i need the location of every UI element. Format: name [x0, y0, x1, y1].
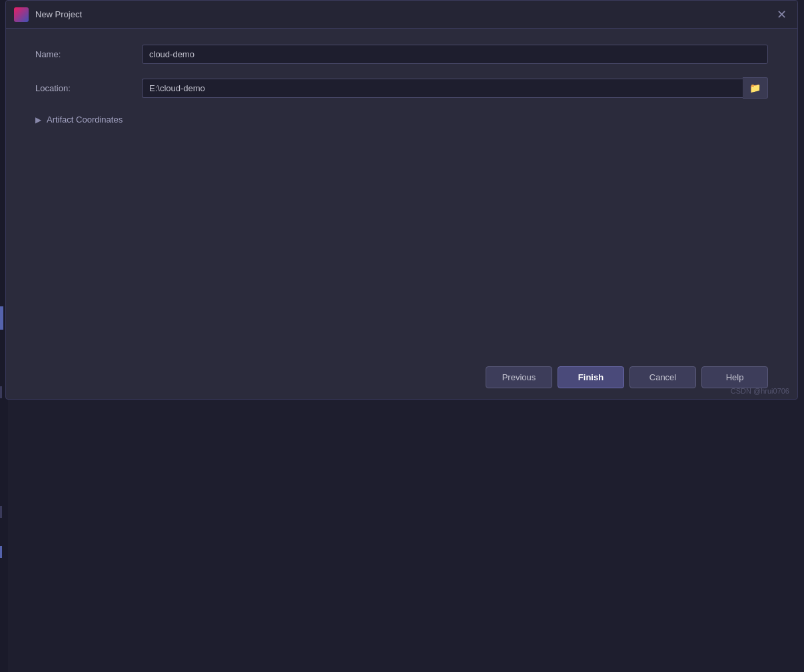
dialog-footer: Previous Finish Cancel Help: [6, 356, 797, 399]
artifact-coordinates-header[interactable]: ▶ Artifact Coordinates: [35, 112, 768, 127]
artifact-coordinates-title: Artifact Coordinates: [47, 115, 123, 125]
ide-accent-strip-3: [0, 506, 2, 518]
name-input-wrapper: [142, 45, 768, 64]
ide-accent-strip-2: [0, 386, 2, 398]
dialog-title: New Project: [35, 9, 773, 19]
app-icon-inner: [14, 7, 29, 22]
location-row: Location: 📁: [35, 77, 768, 99]
location-field-group: 📁: [142, 77, 768, 99]
close-button[interactable]: ✕: [773, 7, 789, 23]
app-icon: [14, 7, 29, 22]
finish-button[interactable]: Finish: [558, 366, 624, 388]
title-bar: New Project ✕: [6, 1, 797, 29]
ide-accent-strip-1: [0, 306, 3, 330]
location-label: Location:: [35, 83, 142, 93]
browse-button[interactable]: 📁: [743, 77, 768, 99]
artifact-coordinates-section: ▶ Artifact Coordinates: [35, 112, 768, 127]
ide-accent-strip-4: [0, 546, 2, 558]
name-label: Name:: [35, 49, 142, 59]
new-project-dialog: New Project ✕ Name: Location: 📁: [5, 0, 798, 400]
dialog-content: Name: Location: 📁 ▶ Artifact Coordinat: [6, 29, 797, 399]
location-input-wrapper: 📁: [142, 77, 768, 99]
location-input[interactable]: [142, 79, 743, 98]
name-input[interactable]: [142, 45, 768, 64]
cancel-button[interactable]: Cancel: [629, 366, 696, 388]
help-button[interactable]: Help: [701, 366, 768, 388]
watermark-text: CSDN @hrui0706: [731, 387, 789, 395]
name-row: Name:: [35, 45, 768, 64]
previous-button[interactable]: Previous: [486, 366, 552, 388]
expand-chevron-icon: ▶: [35, 115, 41, 125]
folder-icon: 📁: [749, 83, 761, 93]
